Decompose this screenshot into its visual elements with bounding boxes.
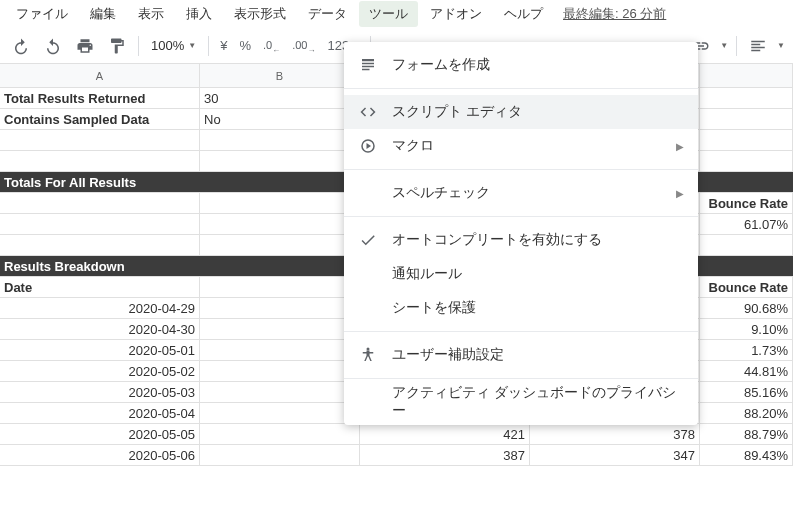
cell[interactable]: 61.07% <box>700 214 793 234</box>
menu-item[interactable]: スペルチェック▶ <box>344 176 698 210</box>
redo-button[interactable] <box>38 32 68 60</box>
cell[interactable] <box>0 130 200 150</box>
cell[interactable] <box>0 214 200 234</box>
cell[interactable]: 2020-05-04 <box>0 403 200 423</box>
menu-item-label: スペルチェック <box>392 184 662 202</box>
cell[interactable]: Bounce Rate <box>700 193 793 213</box>
menu-addons[interactable]: アドオン <box>420 1 492 27</box>
col-header-b[interactable]: B <box>200 64 360 87</box>
last-edit-link[interactable]: 最終編集: 26 分前 <box>563 5 666 23</box>
cell[interactable] <box>0 193 200 213</box>
cell[interactable] <box>200 382 360 402</box>
cell[interactable]: 2020-05-06 <box>0 445 200 465</box>
menu-item[interactable]: ユーザー補助設定 <box>344 338 698 372</box>
cell[interactable] <box>200 340 360 360</box>
menu-separator <box>344 216 698 217</box>
cell[interactable] <box>200 298 360 318</box>
cell[interactable]: No <box>200 109 360 129</box>
cell[interactable]: 88.79% <box>700 424 793 444</box>
print-button[interactable] <box>70 32 100 60</box>
cell[interactable]: 2020-05-03 <box>0 382 200 402</box>
menu-item[interactable]: マクロ▶ <box>344 129 698 163</box>
cell[interactable] <box>700 88 793 108</box>
menu-item[interactable]: アクティビティ ダッシュボードのプライバシー <box>344 385 698 419</box>
cell[interactable]: 2020-04-29 <box>0 298 200 318</box>
cell[interactable]: 2020-05-02 <box>0 361 200 381</box>
percent-button[interactable]: % <box>234 38 256 53</box>
cell[interactable]: 2020-05-01 <box>0 340 200 360</box>
dropdown-arrow-icon: ▼ <box>188 41 196 50</box>
cell[interactable] <box>700 151 793 171</box>
menu-item[interactable]: フォームを作成 <box>344 48 698 82</box>
menu-item[interactable]: スクリプト エディタ <box>344 95 698 129</box>
menu-item[interactable]: オートコンプリートを有効にする <box>344 223 698 257</box>
cell[interactable]: 30 <box>200 88 360 108</box>
undo-button[interactable] <box>6 32 36 60</box>
cell[interactable]: 387 <box>360 445 530 465</box>
cell[interactable]: 90.68% <box>700 298 793 318</box>
col-header-a[interactable]: A <box>0 64 200 87</box>
menu-help[interactable]: ヘルプ <box>494 1 553 27</box>
increase-decimal-button[interactable]: .00→ <box>287 37 320 55</box>
cell[interactable]: 44.81% <box>700 361 793 381</box>
cell[interactable] <box>200 445 360 465</box>
cell[interactable]: Contains Sampled Data <box>0 109 200 129</box>
menu-item-label: シートを保護 <box>392 299 684 317</box>
menu-item[interactable]: 通知ルール <box>344 257 698 291</box>
form-icon <box>358 55 378 75</box>
cell[interactable]: Totals For All Results <box>0 172 200 192</box>
currency-button[interactable]: ¥ <box>215 38 232 53</box>
cell[interactable]: 88.20% <box>700 403 793 423</box>
cell[interactable]: 2020-05-05 <box>0 424 200 444</box>
menu-separator <box>344 88 698 89</box>
menu-tools[interactable]: ツール <box>359 1 418 27</box>
blank-icon <box>358 183 378 203</box>
cell[interactable] <box>200 361 360 381</box>
cell[interactable]: Bounce Rate <box>700 277 793 297</box>
cell[interactable] <box>200 319 360 339</box>
paint-format-button[interactable] <box>102 32 132 60</box>
cell[interactable] <box>200 130 360 150</box>
cell[interactable]: 2020-04-30 <box>0 319 200 339</box>
cell[interactable] <box>200 277 360 297</box>
cell[interactable] <box>200 256 360 276</box>
cell[interactable] <box>700 109 793 129</box>
cell[interactable] <box>700 172 793 192</box>
zoom-select[interactable]: 100%▼ <box>145 38 202 53</box>
cell[interactable]: 89.43% <box>700 445 793 465</box>
menu-item[interactable]: シートを保護 <box>344 291 698 325</box>
menu-format[interactable]: 表示形式 <box>224 1 296 27</box>
cell[interactable] <box>200 424 360 444</box>
cell[interactable] <box>0 151 200 171</box>
cell[interactable]: 9.10% <box>700 319 793 339</box>
menu-insert[interactable]: 挿入 <box>176 1 222 27</box>
menu-view[interactable]: 表示 <box>128 1 174 27</box>
cell[interactable] <box>0 235 200 255</box>
cell[interactable] <box>200 172 360 192</box>
cell[interactable] <box>200 214 360 234</box>
cell[interactable]: 347 <box>530 445 700 465</box>
cell[interactable] <box>200 403 360 423</box>
cell[interactable] <box>200 193 360 213</box>
align-button[interactable] <box>743 32 773 60</box>
cell[interactable] <box>700 130 793 150</box>
decrease-decimal-button[interactable]: .0← <box>258 37 285 55</box>
menu-file[interactable]: ファイル <box>6 1 78 27</box>
dropdown-arrow-icon: ▼ <box>718 41 730 50</box>
cell[interactable] <box>700 256 793 276</box>
cell[interactable]: Total Results Returned <box>0 88 200 108</box>
cell[interactable] <box>700 235 793 255</box>
cell[interactable]: Results Breakdown <box>0 256 200 276</box>
col-header-e[interactable] <box>700 64 793 87</box>
cell[interactable]: Date <box>0 277 200 297</box>
menu-separator <box>344 169 698 170</box>
cell[interactable]: 378 <box>530 424 700 444</box>
cell[interactable] <box>200 151 360 171</box>
menu-edit[interactable]: 編集 <box>80 1 126 27</box>
menu-data[interactable]: データ <box>298 1 357 27</box>
cell[interactable]: 1.73% <box>700 340 793 360</box>
cell[interactable] <box>200 235 360 255</box>
cell[interactable]: 421 <box>360 424 530 444</box>
svg-marker-1 <box>367 143 372 149</box>
cell[interactable]: 85.16% <box>700 382 793 402</box>
